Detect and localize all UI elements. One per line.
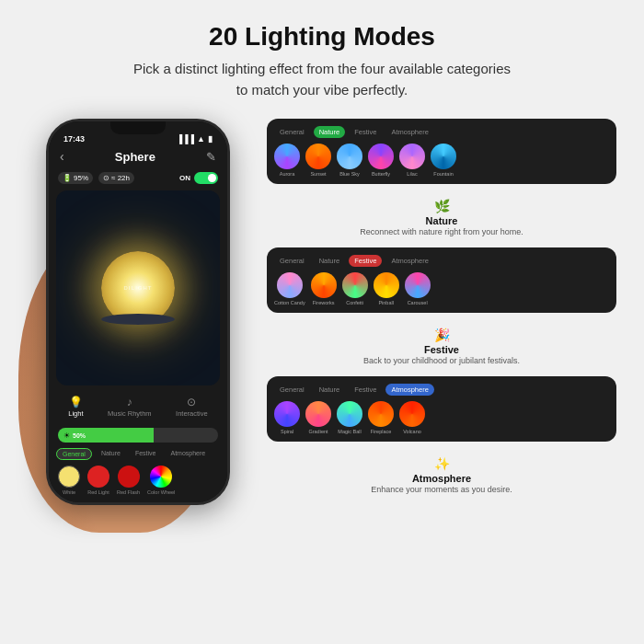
festive-fireworks[interactable]: Fireworks xyxy=(311,272,337,305)
atmos-gradient[interactable]: Gradient xyxy=(305,401,331,434)
swatch-redflash-label: Red Flash xyxy=(117,489,140,495)
nature-description: 🌿 Nature Reconnect with nature right fro… xyxy=(267,195,616,236)
power-toggle[interactable]: ON xyxy=(179,172,218,184)
edit-button[interactable]: ✎ xyxy=(206,150,216,164)
back-button[interactable]: ‹ xyxy=(60,149,64,164)
battery-indicator: 🔋 95% xyxy=(58,172,93,184)
app-title: Sphere xyxy=(115,150,155,164)
panel-tab-festive-nature[interactable]: Festive xyxy=(349,126,382,138)
lilac-icon xyxy=(399,144,425,169)
panel-tab-general-atmos[interactable]: General xyxy=(274,384,310,396)
fireplace-icon xyxy=(368,401,394,427)
volcano-icon xyxy=(399,401,425,427)
festive-confetti[interactable]: Confetti xyxy=(342,272,368,305)
pinball-label: Pinball xyxy=(378,300,394,305)
phone-notch xyxy=(110,121,166,134)
nature-butterfly[interactable]: Butterfly xyxy=(368,144,394,177)
nature-lilac[interactable]: Lilac xyxy=(399,144,425,177)
brightness-value: 50% xyxy=(73,432,86,439)
panel-tab-nature-atmos[interactable]: Nature xyxy=(314,384,346,396)
toggle-switch[interactable] xyxy=(194,172,218,184)
color-tab-general[interactable]: General xyxy=(56,448,92,460)
nature-icons: Aurora Sunset Blue Sky Butterfly Lilac xyxy=(274,144,609,177)
signal-icon: ▐▐▐ xyxy=(177,134,194,144)
swatch-color-wheel[interactable]: Color Wheel xyxy=(147,466,175,495)
festive-pinball[interactable]: Pinball xyxy=(374,272,399,305)
lamp-glow: DILIGHT xyxy=(101,251,175,325)
music-icon: ♪ xyxy=(127,396,132,408)
festive-sub: Back to your childhood or jubilant festi… xyxy=(267,356,616,365)
aurora-label: Aurora xyxy=(280,171,295,177)
battery-icon: ▮ xyxy=(208,134,213,144)
swatch-red-light[interactable]: Red Light xyxy=(87,466,109,495)
atmosphere-description: ✨ Atmosphere Enhance your moments as you… xyxy=(267,453,616,494)
lamp-display: DILIGHT xyxy=(56,190,220,385)
festive-cotton[interactable]: Cotton Candy xyxy=(274,272,305,305)
color-tab-festive[interactable]: Festive xyxy=(130,448,162,460)
nature-fountain[interactable]: Fountain xyxy=(431,144,456,177)
nature-aurora[interactable]: Aurora xyxy=(274,144,300,177)
swatch-red-label: Red Light xyxy=(87,489,109,495)
aurora-icon xyxy=(274,144,300,169)
atmosphere-sub: Enhance your moments as you desire. xyxy=(267,485,616,494)
pinball-icon xyxy=(374,272,399,298)
interactive-icon: ⊙ xyxy=(187,396,196,408)
light-icon: 💡 xyxy=(69,396,83,408)
tab-light[interactable]: 💡 Light xyxy=(63,393,88,420)
panel-tab-general-nature[interactable]: General xyxy=(274,126,310,138)
battery-value: 95% xyxy=(74,174,88,182)
swatch-rainbow-circle xyxy=(150,466,172,488)
panel-tab-general-festive[interactable]: General xyxy=(274,255,310,267)
phone-screen: 17:43 ▐▐▐ ▲ ▮ ‹ Sphere ✎ 🔋 xyxy=(49,121,227,502)
lilac-label: Lilac xyxy=(407,171,417,177)
panel-tab-nature[interactable]: Nature xyxy=(314,126,346,138)
phone-device: 17:43 ▐▐▐ ▲ ▮ ‹ Sphere ✎ 🔋 xyxy=(46,119,230,505)
panel-tab-atmosphere[interactable]: Atmosphere xyxy=(385,384,433,396)
tab-light-label: Light xyxy=(68,409,83,418)
panel-tab-nature-festive[interactable]: Nature xyxy=(314,255,346,267)
nature-bluesky[interactable]: Blue Sky xyxy=(337,144,362,177)
color-tab-nature[interactable]: Nature xyxy=(96,448,126,460)
swatch-red-flash[interactable]: Red Flash xyxy=(117,466,140,495)
tab-music[interactable]: ♪ Music Rhythm xyxy=(102,393,157,420)
panel-tab-festive[interactable]: Festive xyxy=(349,255,382,267)
magicball-label: Magic Ball xyxy=(338,429,361,434)
atmos-fireplace[interactable]: Fireplace xyxy=(368,401,394,434)
swatch-rainbow-label: Color Wheel xyxy=(147,489,175,495)
nature-panel: General Nature Festive Atmosphere Aurora… xyxy=(267,119,616,184)
brightness-row: ☀ 50% xyxy=(49,424,227,446)
tab-interactive-label: Interactive xyxy=(176,409,208,418)
bluesky-label: Blue Sky xyxy=(339,171,360,177)
nature-panel-tabs: General Nature Festive Atmosphere xyxy=(274,126,609,138)
time-indicator: ⊙ ≈ 22h xyxy=(98,172,134,184)
tab-interactive[interactable]: ⊙ Interactive xyxy=(170,393,213,420)
festive-panel: General Nature Festive Atmosphere Cotton… xyxy=(267,247,616,313)
spiral-label: Spiral xyxy=(281,429,293,434)
atmos-spiral[interactable]: Spiral xyxy=(274,401,300,434)
bluesky-icon xyxy=(337,144,362,169)
atmos-magicball[interactable]: Magic Ball xyxy=(337,401,362,434)
tab-music-label: Music Rhythm xyxy=(108,409,152,418)
festive-carousel[interactable]: Carousel xyxy=(405,272,431,305)
color-tab-atmosphere[interactable]: Atmosphere xyxy=(165,448,211,460)
status-time: 17:43 xyxy=(63,134,85,144)
gradient-label: Gradient xyxy=(308,429,328,434)
festive-description: 🎉 Festive Back to your childhood or jubi… xyxy=(267,324,616,365)
brightness-slider[interactable]: ☀ 50% xyxy=(58,428,218,443)
atmosphere-icons: Spiral Gradient Magic Ball Fireplace Vol… xyxy=(274,401,609,434)
atmos-volcano[interactable]: Volcano xyxy=(399,401,425,434)
fountain-icon xyxy=(431,144,456,169)
swatch-white-circle xyxy=(58,466,80,488)
page-subtitle: Pick a distinct lighting effect from the… xyxy=(133,59,511,100)
magicball-icon xyxy=(337,401,362,427)
sunset-label: Sunset xyxy=(310,171,326,177)
swatch-red-circle xyxy=(87,466,109,488)
panel-tab-festive-atmos[interactable]: Festive xyxy=(349,384,382,396)
panel-tab-atmosphere-festive[interactable]: Atmosphere xyxy=(385,255,433,267)
swatch-white[interactable]: White xyxy=(58,466,80,495)
butterfly-icon xyxy=(368,144,394,169)
panel-tab-atmosphere-nature[interactable]: Atmosphere xyxy=(385,126,433,138)
atmosphere-panel-tabs: General Nature Festive Atmosphere xyxy=(274,384,609,396)
festive-icon-big: 🎉 xyxy=(267,328,616,342)
nature-sunset[interactable]: Sunset xyxy=(305,144,331,177)
